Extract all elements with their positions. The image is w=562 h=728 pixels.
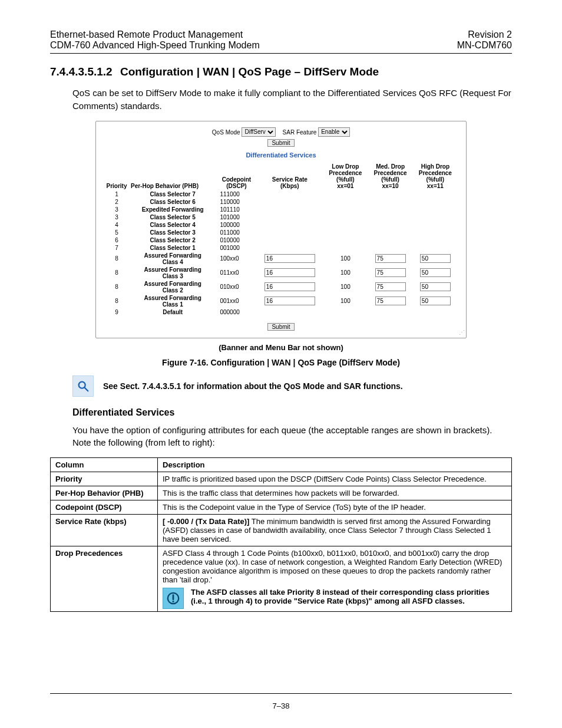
hdr-left-2: CDM-760 Advanced High-Speed Trunking Mod… <box>50 40 260 51</box>
high-drop-input[interactable] <box>420 254 451 263</box>
th-phb: Per-Hop Behavior (PHB) <box>129 162 216 190</box>
desc-h2: Description <box>158 458 512 472</box>
table-row: 8Assured ForwardingClass 2010xx0100 <box>104 280 458 294</box>
alert-icon <box>163 588 184 609</box>
table-row: Service Rate (kbps) [ -0.000 / (Tx Data … <box>51 515 512 546</box>
table-row: 2Class Selector 6110000 <box>104 198 458 206</box>
resize-grip-icon: ⋰ <box>459 331 465 337</box>
service-rate-input[interactable] <box>265 268 315 277</box>
sar-feature-label: SAR Feature <box>283 129 317 135</box>
sub-body: You have the option of configuring attri… <box>50 424 512 450</box>
th-high: High DropPrecedence(%full)xx=11 <box>413 162 458 190</box>
section-title: Configuration | WAN | QoS Page – DiffSer… <box>120 65 379 78</box>
th-low: Low DropPrecedence(%full)xx=01 <box>323 162 368 190</box>
med-drop-input[interactable] <box>375 297 406 305</box>
table-row: 3Class Selector 5101000 <box>104 213 458 221</box>
svg-point-4 <box>173 601 174 602</box>
running-header: Ethernet-based Remote Product Management… <box>50 29 512 40</box>
th-dscp: Codepoint(DSCP) <box>216 162 256 190</box>
magnifier-icon <box>72 375 94 397</box>
service-rate-input[interactable] <box>265 297 315 305</box>
desc-h1: Column <box>51 458 158 472</box>
drop-precedences-text: ASFD Class 4 through 1 Code Points (b100… <box>163 549 507 584</box>
med-drop-input[interactable] <box>375 282 406 291</box>
table-row: 1Class Selector 7111000 <box>104 190 458 198</box>
intro-paragraph: QoS can be set to DiffServ Mode to make … <box>50 87 512 113</box>
table-row: Per-Hop Behavior (PHB) This is the traff… <box>51 486 512 500</box>
service-rate-input[interactable] <box>265 254 315 263</box>
table-row: 8Assured ForwardingClass 3011xx0100 <box>104 266 458 280</box>
table-row: 4Class Selector 4100000 <box>104 221 458 229</box>
qos-mode-select[interactable]: DiffServ <box>242 127 276 137</box>
table-row: 7Class Selector 1001000 <box>104 244 458 252</box>
header-rule <box>50 53 512 54</box>
see-note-row: See Sect. 7.4.4.3.5.1 for information ab… <box>72 375 512 397</box>
sub-heading: Differentiated Services <box>72 407 512 418</box>
table-row: 8Assured ForwardingClass 1001xx0100 <box>104 294 458 308</box>
qos-screenshot-panel: QoS Mode DiffServ SAR Feature Enable Sub… <box>95 121 467 338</box>
table-row: Priority IP traffic is prioritized based… <box>51 472 512 486</box>
high-drop-input[interactable] <box>420 297 451 305</box>
svg-line-1 <box>85 387 88 391</box>
hdr-right-2: MN-CDM760 <box>457 40 512 51</box>
table-row: Drop Precedences ASFD Class 4 through 1 … <box>51 546 512 612</box>
th-priority: Priority <box>104 162 129 190</box>
section-number: 7.4.4.3.5.1.2 <box>50 65 113 78</box>
figure-caption: Figure 7-16. Configuration | WAN | QoS P… <box>50 358 512 367</box>
page-number: 7–38 <box>0 701 562 710</box>
med-drop-input[interactable] <box>375 254 406 263</box>
hdr-right-1: Revision 2 <box>468 29 512 40</box>
footer-rule <box>50 693 512 694</box>
see-note-text: See Sect. 7.4.4.3.5.1 for information ab… <box>103 381 403 391</box>
table-row: 5Class Selector 3011000 <box>104 229 458 236</box>
qos-mode-label: QoS Mode <box>212 129 240 135</box>
alert-text: The ASFD classes all take Priority 8 ins… <box>191 588 507 605</box>
th-med: Med. DropPrecedence(%full)xx=10 <box>368 162 412 190</box>
section-heading: 7.4.4.3.5.1.2 Configuration | WAN | QoS … <box>50 65 512 78</box>
table-row: 9Default000000 <box>104 308 458 316</box>
high-drop-input[interactable] <box>420 282 451 291</box>
hdr-left-1: Ethernet-based Remote Product Management <box>50 29 243 40</box>
description-table: Column Description Priority IP traffic i… <box>50 457 512 612</box>
diffserv-table: Priority Per-Hop Behavior (PHB) Codepoin… <box>104 162 458 316</box>
submit-button-top[interactable]: Submit <box>267 139 294 147</box>
running-header-2: CDM-760 Advanced High-Speed Trunking Mod… <box>50 40 512 51</box>
banner-note: (Banner and Menu Bar not shown) <box>50 343 512 352</box>
med-drop-input[interactable] <box>375 268 406 277</box>
table-row: Codepoint (DSCP) This is the Codepoint v… <box>51 500 512 515</box>
submit-button-bottom[interactable]: Submit <box>267 323 294 331</box>
table-row: 6Class Selector 2010000 <box>104 236 458 244</box>
th-rate: Service Rate(Kbps) <box>256 162 323 190</box>
table-row: 8Assured ForwardingClass 4100xx0100 <box>104 252 458 266</box>
service-rate-input[interactable] <box>265 282 315 291</box>
high-drop-input[interactable] <box>420 268 451 277</box>
sar-feature-select[interactable]: Enable <box>318 127 350 137</box>
table-row: 3Expedited Forwarding101110 <box>104 206 458 213</box>
ds-title: Differentiated Services <box>104 151 458 159</box>
